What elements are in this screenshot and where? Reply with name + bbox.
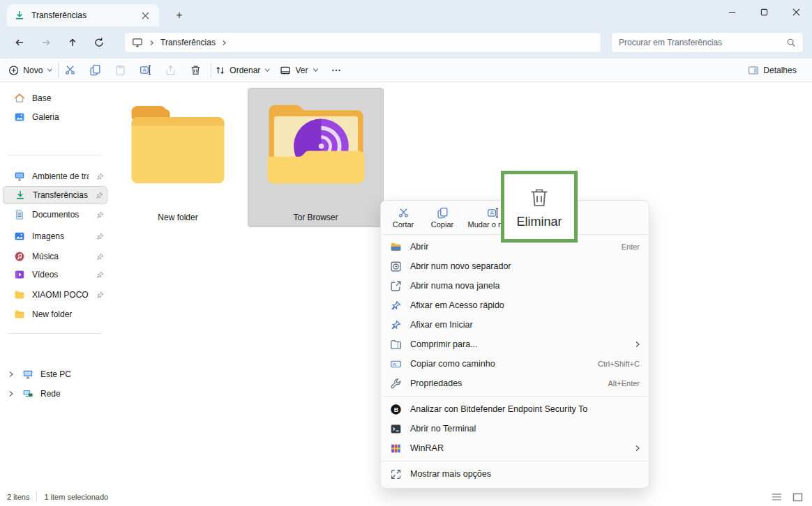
cut-icon: [64, 64, 76, 76]
pin-icon: [390, 300, 402, 312]
menu-item-afixar-acesso-rapido[interactable]: Afixar em Acesso rápido: [381, 296, 649, 315]
status-bar: 2 itens 1 item selecionado: [0, 488, 812, 506]
sidebar-item-xiaomi[interactable]: XIAOMI POCO F: [3, 286, 107, 304]
menu-item-mostrar-mais-opcoes[interactable]: Mostrar mais opções: [381, 464, 649, 484]
menu-item-abrir-novo-separador[interactable]: Abrir num novo separador: [381, 256, 649, 276]
sidebar-item-new-folder[interactable]: New folder: [3, 305, 107, 323]
cut-icon: [398, 207, 409, 219]
rename-icon: A: [140, 64, 151, 76]
sidebar-item-videos[interactable]: Vídeos: [3, 266, 107, 284]
navigation-bar: Transferências: [0, 26, 812, 59]
open-folder-icon: [390, 241, 402, 253]
rename-icon: A: [487, 207, 499, 219]
expand-chevron-icon[interactable]: [8, 371, 15, 378]
menu-item-propriedades[interactable]: Propriedades Alt+Enter: [381, 374, 649, 393]
menu-item-copiar-como-caminho[interactable]: W.. Copiar como caminho Ctrl+Shift+C: [381, 354, 649, 374]
file-name: New folder: [112, 213, 243, 222]
bitdefender-icon: B: [390, 404, 402, 415]
sidebar-item-label: Base: [32, 93, 107, 103]
menu-item-label: Comprimir para...: [410, 339, 634, 349]
expand-chevron-icon[interactable]: [8, 390, 15, 397]
context-menu-separator: [382, 396, 648, 397]
breadcrumb-item[interactable]: Transferências: [160, 38, 216, 47]
menu-item-label: Abrir numa nova janela: [410, 281, 649, 291]
menu-item-label: Analizar con Bitdefender Endpoint Securi…: [410, 404, 649, 414]
sidebar-item-rede[interactable]: Rede: [3, 385, 107, 403]
trash-icon: [190, 64, 202, 76]
winrar-icon: [390, 443, 402, 454]
sidebar-item-imagens[interactable]: Imagens: [3, 227, 107, 245]
up-button[interactable]: [61, 31, 84, 54]
cut-button[interactable]: [59, 60, 81, 81]
tab-close-icon[interactable]: [138, 8, 152, 22]
tab-bar: Transferências +: [0, 0, 812, 26]
folder-icon: [14, 289, 25, 300]
sidebar-item-musica[interactable]: Música: [3, 247, 107, 266]
view-button-label: Ver: [295, 66, 308, 75]
menu-item-winrar[interactable]: WinRAR: [381, 438, 649, 458]
videos-icon: [14, 269, 25, 280]
eliminar-highlight-box[interactable]: Eliminar: [501, 171, 578, 243]
menu-item-label: Afixar em Acesso rápido: [410, 300, 649, 310]
address-bar[interactable]: Transferências: [124, 32, 601, 53]
new-button[interactable]: Novo: [8, 60, 53, 81]
file-tile-new-folder[interactable]: New folder: [112, 89, 243, 227]
submenu-chevron-icon: [634, 445, 641, 452]
new-tab-button[interactable]: +: [170, 6, 188, 24]
menu-item-afixar-iniciar[interactable]: Afixar em Iniciar: [381, 315, 649, 335]
copy-command[interactable]: Copiar: [423, 201, 462, 233]
menu-item-bitdefender[interactable]: B Analizar con Bitdefender Endpoint Secu…: [381, 399, 649, 419]
new-button-label: Novo: [23, 66, 43, 75]
sort-button-label: Ordenar: [230, 66, 260, 75]
close-button[interactable]: [780, 0, 812, 24]
menu-item-comprimir-para[interactable]: Comprimir para...: [381, 335, 649, 354]
sidebar-item-label: Vídeos: [32, 270, 89, 279]
search-input[interactable]: [619, 38, 786, 47]
network-icon: [22, 388, 33, 399]
tab-transferencias[interactable]: Transferências: [7, 4, 159, 26]
breadcrumb-chevron-icon: [221, 40, 227, 46]
share-button[interactable]: [159, 60, 181, 81]
file-tile-tor-browser[interactable]: Tor Browser: [248, 89, 383, 227]
cut-command[interactable]: Cortar: [384, 201, 423, 233]
zip-folder-icon: [390, 339, 402, 351]
chevron-down-icon: [313, 67, 319, 73]
wrench-icon: [390, 378, 402, 390]
rename-button[interactable]: A: [134, 60, 156, 81]
desktop-icon: [14, 171, 25, 182]
breadcrumb-chevron-icon: [149, 40, 155, 46]
delete-button[interactable]: [184, 60, 206, 81]
sort-button[interactable]: Ordenar: [215, 60, 271, 81]
list-view-button[interactable]: [769, 491, 784, 503]
sidebar-item-este-pc[interactable]: Este PC: [3, 365, 107, 383]
details-pane-button[interactable]: Detalhes: [742, 60, 802, 81]
large-icons-view-button[interactable]: [790, 491, 805, 503]
pin-icon: [96, 291, 105, 300]
copy-button[interactable]: [84, 60, 106, 81]
sidebar-item-label: Rede: [40, 389, 107, 399]
this-pc-icon: [132, 37, 143, 48]
sidebar-item-documentos[interactable]: Documentos: [3, 206, 107, 224]
sidebar-item-desktop[interactable]: Ambiente de tra: [3, 167, 107, 185]
sidebar-separator: [7, 155, 102, 155]
pin-icon: [95, 191, 104, 200]
maximize-button[interactable]: [748, 0, 780, 24]
this-pc-icon: [22, 369, 33, 380]
sidebar-item-base[interactable]: Base: [3, 89, 107, 107]
menu-item-shortcut: Ctrl+Shift+C: [598, 360, 640, 368]
sidebar-item-transferencias[interactable]: Transferências: [3, 186, 107, 204]
paste-button[interactable]: [109, 60, 131, 81]
open-new-tab-icon: [390, 261, 402, 273]
view-button[interactable]: Ver: [279, 60, 319, 81]
sidebar-item-galeria[interactable]: Galeria: [3, 108, 107, 126]
sidebar-item-label: Música: [32, 252, 89, 261]
menu-item-abrir-nova-janela[interactable]: Abrir numa nova janela: [381, 276, 649, 296]
forward-button[interactable]: [35, 31, 57, 54]
menu-item-abrir-no-terminal[interactable]: Abrir no Terminal: [381, 419, 649, 438]
refresh-button[interactable]: [88, 31, 110, 54]
minimize-button[interactable]: [716, 0, 748, 24]
pin-icon: [96, 270, 105, 279]
back-button[interactable]: [8, 31, 31, 54]
menu-item-label: Abrir num novo separador: [410, 261, 649, 271]
see-more-button[interactable]: [325, 60, 347, 81]
